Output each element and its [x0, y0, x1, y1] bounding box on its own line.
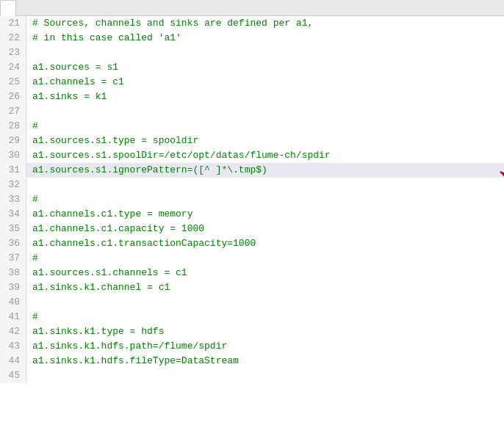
- code-line: 39a1.sinks.k1.channel = c1: [0, 280, 504, 295]
- line-number: 30: [0, 148, 26, 163]
- line-number: 24: [0, 60, 26, 75]
- file-tab[interactable]: [0, 0, 16, 16]
- line-content: a1.sources.s1.channels = c1: [26, 266, 187, 280]
- code-line: 35a1.channels.c1.capacity = 1000: [0, 222, 504, 236]
- code-line: 43a1.sinks.k1.hdfs.path=/flume/spdir: [0, 339, 504, 354]
- line-number: 43: [0, 339, 26, 354]
- line-number: 28: [0, 119, 26, 134]
- line-content: [26, 295, 32, 310]
- line-number: 41: [0, 310, 26, 324]
- code-line: 27: [0, 104, 504, 119]
- line-content: #: [26, 251, 38, 266]
- code-line: 40: [0, 295, 504, 310]
- line-number: 38: [0, 266, 26, 280]
- code-line: 23: [0, 46, 504, 60]
- line-number: 32: [0, 178, 26, 192]
- line-number: 22: [0, 31, 26, 46]
- line-number: 23: [0, 46, 26, 60]
- code-line: 36a1.channels.c1.transactionCapacity=100…: [0, 236, 504, 251]
- code-line: 44a1.sinks.k1.hdfs.fileType=DataStream: [0, 354, 504, 368]
- line-content: a1.sources = s1: [26, 60, 118, 75]
- line-number: 31: [0, 163, 26, 178]
- line-content: #: [26, 119, 38, 134]
- code-line: 31a1.sources.s1.ignorePattern=([^ ]*\.tm…: [0, 163, 504, 178]
- code-line: 22# in this case called 'a1': [0, 31, 504, 46]
- line-content: [26, 46, 32, 60]
- code-line: 33#: [0, 192, 504, 207]
- code-line: 24a1.sources = s1: [0, 60, 504, 75]
- line-content: # Sources, channels and sinks are define…: [26, 16, 313, 31]
- line-content: a1.channels = c1: [26, 75, 124, 90]
- code-line: 34a1.channels.c1.type = memory: [0, 207, 504, 222]
- code-line: 21# Sources, channels and sinks are defi…: [0, 16, 504, 31]
- line-content: a1.sinks.k1.type = hdfs: [26, 324, 164, 339]
- line-number: 34: [0, 207, 26, 222]
- code-line: 30a1.sources.s1.spoolDir=/etc/opt/datas/…: [0, 148, 504, 163]
- line-number: 37: [0, 251, 26, 266]
- code-line: 29a1.sources.s1.type = spooldir: [0, 134, 504, 148]
- tab-bar: [0, 0, 504, 16]
- line-number: 44: [0, 354, 26, 368]
- line-content: [26, 178, 32, 192]
- line-content: a1.channels.c1.capacity = 1000: [26, 222, 204, 236]
- line-content: a1.sources.s1.spoolDir=/etc/opt/datas/fl…: [26, 148, 331, 163]
- line-number: 39: [0, 280, 26, 295]
- code-line: 28#: [0, 119, 504, 134]
- line-content: [26, 104, 32, 119]
- code-line: 42a1.sinks.k1.type = hdfs: [0, 324, 504, 339]
- line-number: 42: [0, 324, 26, 339]
- line-number: 25: [0, 75, 26, 90]
- line-content: a1.sinks = k1: [26, 90, 107, 104]
- line-number: 27: [0, 104, 26, 119]
- line-number: 21: [0, 16, 26, 31]
- line-content: a1.sinks.k1.hdfs.fileType=DataStream: [26, 354, 239, 368]
- line-number: 36: [0, 236, 26, 251]
- line-number: 35: [0, 222, 26, 236]
- line-content: # in this case called 'a1': [26, 31, 181, 46]
- line-number: 29: [0, 134, 26, 148]
- line-content: #: [26, 192, 38, 207]
- line-content: a1.sinks.k1.channel = c1: [26, 280, 170, 295]
- code-line: 45: [0, 368, 504, 383]
- line-content: a1.sources.s1.ignorePattern=([^ ]*\.tmp$…: [26, 163, 267, 178]
- line-content: a1.channels.c1.type = memory: [26, 207, 192, 222]
- code-line: 26a1.sinks = k1: [0, 90, 504, 104]
- code-area: 21# Sources, channels and sinks are defi…: [0, 16, 504, 383]
- code-line: 32: [0, 178, 504, 192]
- code-editor: 21# Sources, channels and sinks are defi…: [0, 16, 504, 383]
- line-number: 26: [0, 90, 26, 104]
- line-content: [26, 368, 32, 383]
- line-number: 45: [0, 368, 26, 383]
- line-content: a1.sources.s1.type = spooldir: [26, 134, 198, 148]
- code-line: 37#: [0, 251, 504, 266]
- code-line: 38a1.sources.s1.channels = c1: [0, 266, 504, 280]
- line-content: a1.sinks.k1.hdfs.path=/flume/spdir: [26, 339, 227, 354]
- line-content: a1.channels.c1.transactionCapacity=1000: [26, 236, 256, 251]
- line-number: 33: [0, 192, 26, 207]
- code-line: 41#: [0, 310, 504, 324]
- line-content: #: [26, 310, 38, 324]
- line-number: 40: [0, 295, 26, 310]
- code-line: 25a1.channels = c1: [0, 75, 504, 90]
